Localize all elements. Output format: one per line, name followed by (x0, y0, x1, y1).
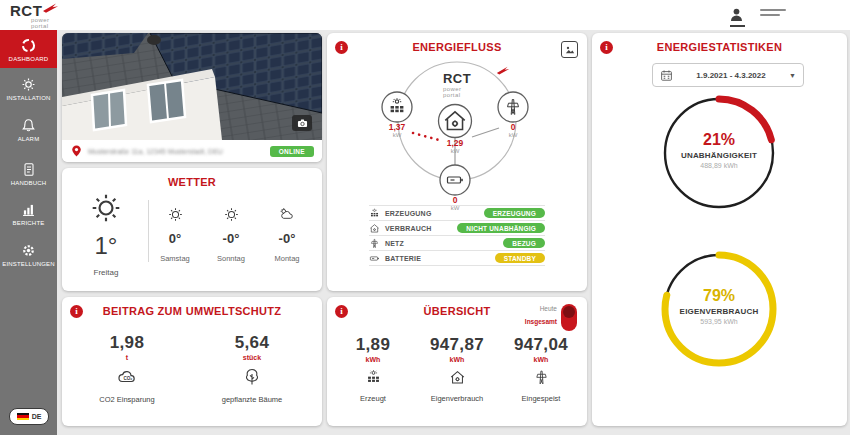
status-badge: NICHT UNABHÄNGIG (457, 223, 545, 233)
flow-legend: ERZEUGUNG ERZEUGUNG VERBRAUCH NICHT UNAB… (369, 205, 545, 266)
energy-flow-title: ENERGIEFLUSS (327, 41, 587, 53)
status-badge: ERZEUGUNG (484, 208, 545, 218)
language-button[interactable]: DE (9, 408, 49, 425)
online-status-badge: ONLINE (270, 146, 314, 157)
current-temp: 1° (74, 232, 138, 260)
top-bar: RCT powerportal (0, 0, 850, 30)
legend-row-batterie: BATTERIE STANDBY (369, 250, 545, 266)
installation-icon (20, 76, 37, 93)
solar-power-value: 1,37 kW (375, 122, 419, 138)
reports-chart-icon (20, 201, 37, 218)
app-root: RCT powerportal DASHBOARD (0, 0, 850, 435)
pylon-icon (369, 238, 380, 249)
cloud-sun-icon (278, 206, 296, 223)
weather-title: WETTER (62, 176, 322, 188)
chevron-down-icon: ▼ (789, 72, 796, 79)
eingespeist-stat: 947,04 kWh Eingespeist (503, 335, 579, 403)
divider (148, 200, 149, 262)
energy-flow-card: i ENERGIEFLUSS RCT powerpor (327, 33, 587, 291)
menu-icon[interactable] (760, 9, 786, 23)
co2-stat: 1,98 t CO2 Einsparung (87, 333, 167, 404)
sidebar: DASHBOARD INSTALLATION ALARM (0, 30, 57, 435)
info-icon[interactable]: i (70, 305, 83, 318)
battery-icon (369, 253, 380, 264)
house-power-value: 1,29 kW (433, 138, 477, 154)
toggle-option-heute[interactable]: Heute (540, 305, 557, 312)
status-badge: STANDBY (495, 253, 545, 263)
solar-icon (365, 369, 382, 386)
sun-icon (167, 206, 184, 223)
sidebar-item-einstellungen[interactable]: EINSTELLUNGEN (0, 242, 57, 267)
sidebar-item-installation[interactable]: INSTALLATION (0, 76, 57, 101)
toggle-switch[interactable] (561, 304, 577, 331)
house-icon (449, 369, 466, 386)
date-range-value: 1.9.2021 - 4.3.2022 (673, 71, 789, 80)
bell-icon (20, 117, 37, 134)
sidebar-item-handbuch[interactable]: HANDBUCH (0, 161, 57, 186)
independence-donut-label: 21% UNABHÄNGIGKEIT 488,89 kWh (654, 131, 784, 169)
image-icon (565, 45, 575, 55)
current-day: Freitag (74, 268, 138, 277)
date-range-select[interactable]: 1.9.2021 - 4.3.2022 ▼ (652, 63, 804, 87)
rct-center-logo: RCT powerportal (417, 69, 497, 98)
eigenverbrauch-stat: 947,87 kWh Eigenverbrauch (419, 335, 495, 403)
gear-icon (20, 242, 37, 259)
forecast-day: -0° Montag (263, 206, 311, 263)
calendar-icon (660, 69, 673, 82)
site-photo-card: Musterstraße 11a, 12345 Musterstadt, DEU… (62, 33, 322, 162)
legend-row-verbrauch: VERBRAUCH NICHT UNABHÄNGIG (369, 220, 545, 235)
statistics-title: ENERGIESTATISTIKEN (592, 41, 847, 53)
user-account-button[interactable] (728, 6, 748, 28)
legend-row-erzeugung: ERZEUGUNG ERZEUGUNG (369, 205, 545, 220)
flow-image-button[interactable] (561, 41, 578, 58)
camera-button[interactable] (292, 115, 312, 131)
weather-current: 1° Freitag (74, 190, 138, 277)
forecast-day: -0° Sonntag (207, 206, 255, 263)
house-icon (369, 223, 380, 234)
rct-logo-subtext: powerportal (31, 18, 49, 29)
weather-card: WETTER 1° Freitag 0° Samstag -0° Sonntag… (62, 168, 322, 291)
sidebar-item-berichte[interactable]: BERICHTE (0, 201, 57, 226)
dashboard-icon (20, 37, 37, 54)
environment-title: BEITRAG ZUM UMWELTSCHUTZ (62, 305, 322, 317)
tree-icon (242, 367, 262, 387)
rct-logo: RCT powerportal (10, 3, 80, 29)
sun-icon (223, 206, 240, 223)
site-photo (62, 33, 322, 140)
grid-power-value: 0 kW (491, 122, 535, 138)
environment-card: i BEITRAG ZUM UMWELTSCHUTZ 1,98 t CO2 Ei… (62, 297, 322, 426)
co2-cloud-icon (115, 367, 139, 387)
self-consumption-donut-label: 79% EIGENVERBRAUCH 593,95 kWh (654, 287, 784, 325)
pylon-icon (533, 369, 550, 386)
german-flag-icon (17, 413, 29, 421)
solar-icon (369, 208, 380, 219)
toggle-option-insgesamt[interactable]: Insgesamt (525, 318, 557, 325)
rct-swoosh-icon (496, 66, 510, 75)
site-address: Musterstraße 11a, 12345 Musterstadt, DEU (88, 148, 223, 155)
trees-stat: 5,64 stück gepflanzte Bäume (212, 333, 292, 404)
site-address-row: Musterstraße 11a, 12345 Musterstadt, DEU… (62, 140, 322, 162)
info-icon[interactable]: i (600, 41, 613, 54)
info-icon[interactable]: i (335, 41, 348, 54)
manual-pdf-icon (21, 161, 37, 178)
info-icon[interactable]: i (335, 305, 348, 318)
rct-swoosh-icon (42, 3, 59, 13)
person-icon (728, 6, 745, 24)
legend-row-netz: NETZ BEZUG (369, 235, 545, 250)
erzeugt-stat: 1,89 kWh Erzeugt (335, 335, 411, 403)
energy-statistics-card: i ENERGIESTATISTIKEN 1.9.2021 - 4.3.2022… (592, 33, 847, 426)
period-toggle: Heute Insgesamt (499, 303, 579, 333)
status-badge: BEZUG (503, 238, 545, 248)
sun-icon (88, 190, 124, 226)
forecast-day: 0° Samstag (151, 206, 199, 263)
battery-node[interactable] (440, 165, 470, 195)
sidebar-item-alarm[interactable]: ALARM (0, 117, 57, 142)
camera-icon (296, 117, 309, 130)
overview-card: i ÜBERSICHT Heute Insgesamt 1,89 kWh Erz… (327, 297, 587, 426)
location-pin-icon (70, 144, 83, 158)
sidebar-item-dashboard[interactable]: DASHBOARD (0, 30, 57, 68)
